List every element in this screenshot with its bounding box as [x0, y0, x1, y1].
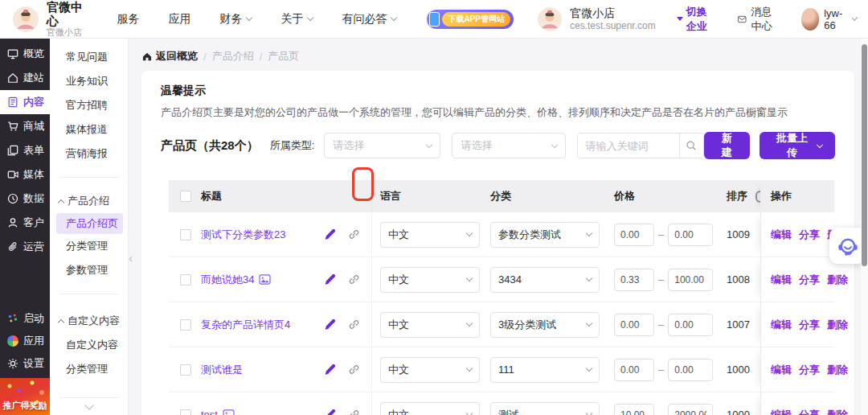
- row-checkbox[interactable]: [180, 364, 191, 376]
- product-title-link[interactable]: 测试下分类参数23: [201, 228, 285, 242]
- new-button[interactable]: 新建: [704, 132, 750, 159]
- product-title-link[interactable]: 复杂的产品详情页4: [201, 318, 290, 332]
- sidebar-item-product-intro-page[interactable]: 产品介绍页: [56, 213, 123, 234]
- sidebar-item-settings[interactable]: 设置: [0, 352, 50, 375]
- product-title-link[interactable]: test: [201, 409, 218, 415]
- delete-link[interactable]: 删除: [827, 363, 848, 377]
- delete-link[interactable]: 删除: [827, 408, 848, 415]
- product-title-link[interactable]: 而她说她34: [201, 273, 254, 287]
- share-link[interactable]: 分享: [799, 318, 820, 332]
- type-select-2[interactable]: 请选择: [452, 133, 565, 158]
- nav-item-apps[interactable]: 应用: [168, 12, 190, 27]
- category-select[interactable]: 参数分类测试: [490, 222, 600, 248]
- link-icon[interactable]: [348, 318, 360, 331]
- price-max-input[interactable]: [668, 314, 713, 336]
- download-app-badge[interactable]: 下载APP管网站: [427, 10, 514, 29]
- row-checkbox[interactable]: [180, 319, 191, 331]
- price-max-input[interactable]: [668, 269, 713, 291]
- edit-link[interactable]: 编辑: [771, 318, 792, 332]
- switch-company-button[interactable]: 切换企业: [677, 5, 714, 34]
- link-icon[interactable]: [348, 273, 360, 286]
- promo-banner[interactable]: 推广得奖励: [0, 378, 50, 415]
- nav-item-about[interactable]: 关于: [280, 12, 313, 27]
- search-button[interactable]: [679, 134, 703, 158]
- edit-pencil-icon[interactable]: [323, 408, 337, 415]
- sidebar-item-operations[interactable]: 运营: [0, 235, 50, 259]
- language-select[interactable]: 中文: [380, 267, 480, 293]
- price-max-input[interactable]: [668, 404, 713, 415]
- sidebar-item-faq[interactable]: 常见问题: [50, 45, 128, 69]
- sidebar-scroll-down-button[interactable]: [50, 405, 129, 409]
- category-select[interactable]: 3级分类测试: [490, 312, 600, 338]
- category-select[interactable]: 111: [490, 357, 600, 383]
- sidebar-collapse-handle[interactable]: ‹: [129, 251, 133, 265]
- delete-link[interactable]: 删除: [827, 273, 848, 287]
- share-link[interactable]: 分享: [799, 228, 820, 242]
- edit-pencil-icon[interactable]: [323, 228, 337, 241]
- edit-link[interactable]: 编辑: [771, 273, 792, 287]
- sidebar-item-launch[interactable]: 启动: [0, 307, 50, 330]
- price-max-input[interactable]: [668, 224, 713, 246]
- link-icon[interactable]: [348, 409, 360, 415]
- row-checkbox[interactable]: [180, 409, 191, 415]
- language-select[interactable]: 中文: [380, 222, 480, 248]
- price-min-input[interactable]: [614, 404, 654, 415]
- sidebar-item-content[interactable]: 内容: [0, 90, 50, 114]
- sidebar-item-media-reports[interactable]: 媒体报道: [50, 117, 128, 142]
- group-product-intro[interactable]: 产品介绍: [50, 189, 128, 213]
- delete-link[interactable]: 删除: [827, 318, 848, 332]
- row-checkbox[interactable]: [180, 229, 191, 240]
- sidebar-item-business-knowledge[interactable]: 业务知识: [50, 69, 128, 93]
- sidebar-item-forms[interactable]: 表单: [0, 138, 50, 162]
- edit-pencil-icon[interactable]: [323, 273, 337, 286]
- group-custom-content[interactable]: 自定义内容: [50, 309, 128, 333]
- share-link[interactable]: 分享: [799, 363, 820, 377]
- language-select[interactable]: 中文: [380, 312, 480, 338]
- current-account[interactable]: 官微小店 ces.test.supenr.com: [538, 6, 656, 31]
- price-max-input[interactable]: [668, 359, 713, 381]
- edit-link[interactable]: 编辑: [771, 363, 792, 377]
- select-all-checkbox[interactable]: [180, 191, 191, 202]
- price-min-input[interactable]: [614, 224, 654, 246]
- nav-item-services[interactable]: 服务: [117, 12, 139, 27]
- type-select-1[interactable]: 请选择: [324, 133, 440, 158]
- sidebar-item-data[interactable]: 数据: [0, 187, 50, 211]
- breadcrumb-home[interactable]: 返回概览: [142, 49, 198, 64]
- batch-upload-button[interactable]: 批量上传: [760, 132, 835, 159]
- sidebar-item-applications[interactable]: 应用: [0, 330, 50, 352]
- sidebar-item-customers[interactable]: 客户: [0, 211, 50, 235]
- share-link[interactable]: 分享: [799, 273, 820, 287]
- row-checkbox[interactable]: [180, 274, 191, 286]
- language-select[interactable]: 中文: [380, 357, 480, 383]
- sidebar-item-parameter-management[interactable]: 参数管理: [50, 258, 128, 282]
- link-icon[interactable]: [348, 228, 360, 240]
- breadcrumb-product-page[interactable]: 产品页: [268, 49, 299, 64]
- sidebar-item-site-builder[interactable]: 建站: [0, 66, 50, 90]
- price-min-input[interactable]: [614, 359, 654, 381]
- language-select[interactable]: 中文: [380, 402, 480, 415]
- sidebar-item-official-recruitment[interactable]: 官方招聘: [50, 93, 128, 117]
- product-title-link[interactable]: 测试谁是: [201, 363, 243, 377]
- price-min-input[interactable]: [614, 314, 654, 336]
- edit-link[interactable]: 编辑: [771, 408, 792, 415]
- sidebar-item-mall[interactable]: 商城: [0, 114, 50, 138]
- message-center-button[interactable]: 消息中心: [738, 5, 780, 34]
- sidebar-item-custom-content[interactable]: 自定义内容: [50, 333, 128, 357]
- link-icon[interactable]: [348, 364, 360, 376]
- user-menu[interactable]: lyw-66: [801, 7, 857, 31]
- share-link[interactable]: 分享: [799, 408, 820, 415]
- price-min-input[interactable]: [614, 269, 654, 291]
- category-select[interactable]: 测试: [490, 402, 600, 415]
- category-select[interactable]: 3434: [490, 267, 600, 293]
- sidebar-item-category-management[interactable]: 分类管理: [50, 234, 128, 258]
- nav-item-qa[interactable]: 有问必答: [342, 12, 396, 27]
- sidebar-item-overview[interactable]: 概览: [0, 42, 50, 66]
- sidebar-item-media[interactable]: 媒体: [0, 162, 50, 187]
- edit-link[interactable]: 编辑: [771, 228, 792, 242]
- scrollbar-thumb[interactable]: [862, 44, 867, 266]
- sidebar-item-custom-category-management[interactable]: 分类管理: [50, 357, 128, 381]
- sidebar-item-marketing-posters[interactable]: 营销海报: [50, 142, 128, 166]
- nav-item-finance[interactable]: 财务: [219, 12, 252, 27]
- edit-pencil-icon[interactable]: [323, 318, 337, 331]
- search-input[interactable]: [578, 134, 679, 158]
